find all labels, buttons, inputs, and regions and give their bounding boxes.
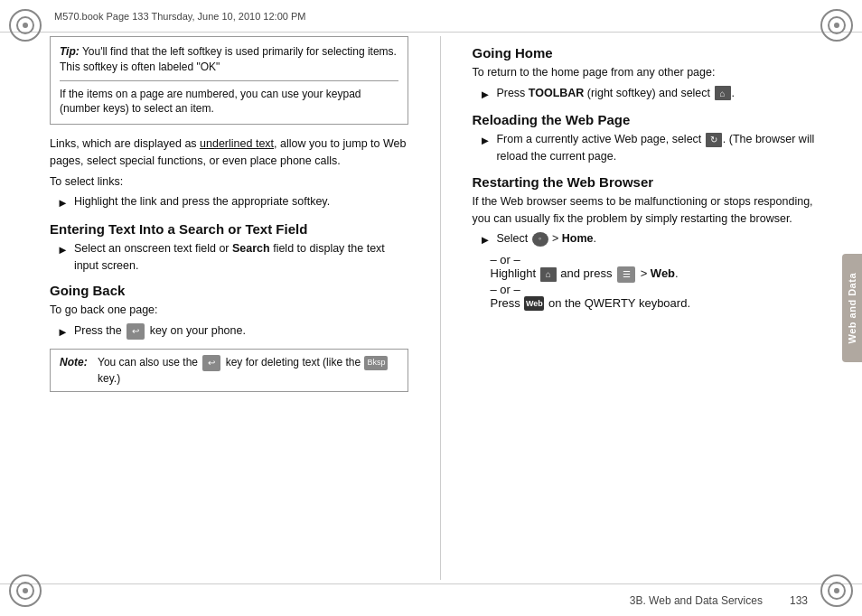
corner-br [820,574,853,607]
bullet-reload: ► From a currently active Web page, sele… [480,131,831,165]
note-bksp-icon: Bksp [364,356,388,370]
web-bold: Web [651,266,675,280]
bullet-r1-text: Press TOOLBAR (right softkey) and select… [496,85,830,102]
menu-icon: ☰ [617,266,635,283]
restarting-text: If the Web browser seems to be malfuncti… [473,193,831,228]
heading-going-back: Going Back [50,283,408,298]
corner-dot-bl [23,588,28,593]
side-tab: Web and Data [842,254,862,362]
arrow-icon-r2: ► [480,132,492,150]
corner-inner-tr [828,16,846,34]
header-text: M570.book Page 133 Thursday, June 10, 20… [54,11,305,22]
tip-box: Tip: You'll find that the left softkey i… [50,36,408,125]
bold-search: Search [232,242,270,255]
going-back-text: To go back one page: [50,302,408,319]
reload-icon: ↻ [706,133,722,147]
bullet-2-text: Select an onscreen text field or Search … [74,240,408,275]
bullet-r3a-text: Select ◦ > Home. [496,230,830,247]
arrow-icon-2: ► [57,241,69,259]
side-tab-label: Web and Data [847,273,857,344]
bullet-select-link: ► Highlight the link and press the appro… [57,193,408,212]
toolbar-bold: TOOLBAR [529,87,585,99]
arrow-icon-r3a: ► [480,231,492,249]
content-area: Tip: You'll find that the left softkey i… [50,36,830,580]
press-web-text: Press Web on the QWERTY keyboard. [491,296,691,310]
or-text-2: – or – [491,283,520,296]
corner-tl [9,9,42,42]
back-key-icon: ↩ [126,323,145,340]
left-column: Tip: You'll find that the left softkey i… [50,36,417,580]
tip-text: You'll find that the left softkey is use… [60,45,397,73]
bullet-restart-a: ► Select ◦ > Home. [480,230,831,249]
tip-content: Tip: You'll find that the left softkey i… [60,44,398,75]
bullet-press-back: ► Press the ↩ key on your phone. [57,322,408,341]
tip-body: If the items on a page are numbered, you… [60,87,398,117]
footer-page: 133 [790,594,808,607]
heading-going-home: Going Home [473,45,831,61]
underline-text: underlined text [200,137,274,150]
corner-dot-br [834,588,839,593]
corner-inner-br [828,582,846,600]
heading-restarting: Restarting the Web Browser [473,174,831,190]
note-text: You can also use the ↩ key for deleting … [98,355,398,387]
or-1: – or – [491,253,831,266]
bullet-r2-text: From a currently active Web page, select… [496,131,830,165]
note-back-icon: ↩ [202,355,220,371]
heading-entering-text: Entering Text Into a Search or Text Fiel… [50,221,408,237]
tip-divider [60,80,398,81]
or-text-1: – or – [491,253,520,266]
web-key-icon: Web [524,296,544,311]
corner-inner-bl [16,582,34,600]
bullet-press-toolbar: ► Press TOOLBAR (right softkey) and sele… [480,85,831,104]
note-label: Note: [60,355,88,370]
corner-bl [9,574,42,607]
corner-tr [820,9,853,42]
home-icon-2: ⌂ [540,267,557,282]
arrow-icon-r1: ► [480,86,492,104]
note-box: Note: You can also use the ↩ key for del… [50,349,408,393]
press-web-line: Press Web on the QWERTY keyboard. [491,296,831,312]
globe-icon: ◦ [532,232,548,247]
links-intro: Links, which are displayed as underlined… [50,135,408,170]
right-column: Going Home To return to the home page fr… [464,36,831,580]
highlight-line: Highlight ⌂ and press ☰ > Web. [491,266,831,283]
going-home-text: To return to the home page from any othe… [473,64,831,81]
header-bar: M570.book Page 133 Thursday, June 10, 20… [0,0,862,33]
bullet-1-text: Highlight the link and press the appropr… [74,193,408,210]
footer-section: 3B. Web and Data Services [630,594,763,607]
column-divider [440,36,441,580]
arrow-icon-3: ► [57,323,69,341]
or-2: – or – [491,283,831,296]
corner-dot-tl [23,23,28,28]
footer-bar: 3B. Web and Data Services 133 [0,583,862,616]
page-container: M570.book Page 133 Thursday, June 10, 20… [0,0,862,616]
bullet-3-text: Press the ↩ key on your phone. [74,322,408,340]
heading-reloading: Reloading the Web Page [473,112,831,127]
bullet-select-field: ► Select an onscreen text field or Searc… [57,240,408,275]
home-icon: ⌂ [715,86,731,100]
tip-label: Tip: [60,45,80,58]
arrow-icon-1: ► [57,194,69,212]
corner-dot-tr [834,23,839,28]
corner-inner-tl [16,16,34,34]
highlight-text: Highlight ⌂ and press ☰ > Web. [491,266,679,280]
to-select-links: To select links: [50,173,408,191]
home-bold: Home [562,232,594,245]
